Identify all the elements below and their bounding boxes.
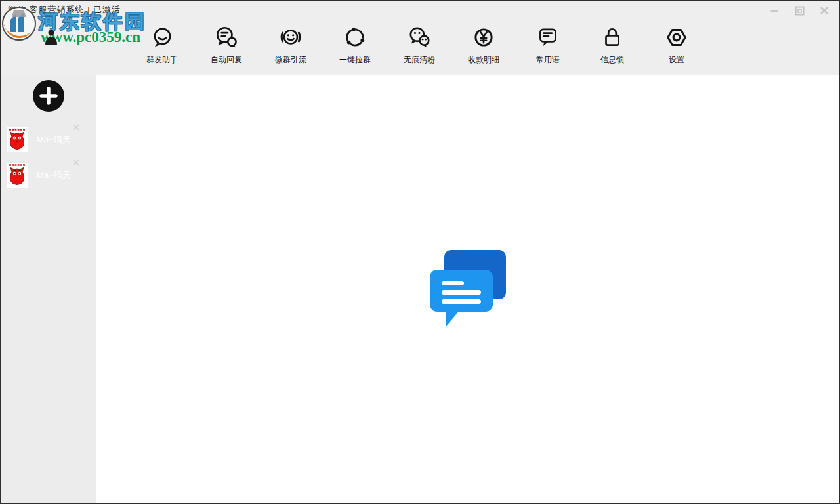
maximize-button[interactable] (792, 3, 807, 18)
padlock-icon (600, 24, 625, 51)
window-controls (767, 1, 835, 20)
toolbar-item-label: 信息锁 (600, 54, 624, 66)
toolbar-item-label: 无痕清粉 (404, 54, 435, 66)
account-avatar (7, 163, 28, 188)
toolbar-item-pull-group[interactable]: 一键拉群 (323, 19, 387, 75)
double-face-icon (407, 24, 432, 51)
message-lines-icon (536, 24, 560, 51)
dotted-circle-icon (343, 24, 368, 51)
toolbar-item-label: 微群引流 (275, 54, 306, 66)
account-item[interactable]: Ma~晴天 (1, 122, 96, 158)
maximize-icon (795, 6, 805, 16)
title-bar: 微信 客服营销系统 | 已激活 (1, 1, 839, 19)
auto-reply-icon (214, 24, 239, 51)
toolbar-item-payment-details[interactable]: 收款明细 (452, 19, 516, 75)
toolbar-item-auto-reply[interactable]: 自动回复 (194, 19, 259, 75)
toolbar-item-label: 自动回复 (211, 54, 242, 66)
toolbar-item-group-traffic[interactable]: 微群引流 (259, 19, 323, 75)
close-button[interactable] (817, 3, 831, 18)
account-item[interactable]: Ma~晴天 (1, 158, 96, 193)
account-sidebar: Ma~晴天 Ma~晴天 (1, 75, 96, 503)
chat-bubble-front (430, 270, 493, 327)
toolbar-item-message-lock[interactable]: 信息锁 (580, 19, 644, 75)
close-icon (820, 6, 829, 15)
toolbar-item-clean-fans[interactable]: 无痕清粉 (387, 19, 452, 75)
smiley-waves-icon (278, 24, 303, 51)
minimize-icon (770, 6, 779, 15)
toolbar-item-common-phrases[interactable]: 常用语 (516, 19, 580, 75)
yuan-coin-icon (471, 24, 496, 51)
toolbar-item-group-send[interactable]: 群发助手 (130, 19, 194, 75)
account-avatar (7, 127, 28, 152)
close-x-icon (73, 159, 79, 166)
chat-content-area (96, 75, 839, 503)
toolbar-item-label: 收款明细 (468, 54, 499, 66)
account-list: Ma~晴天 Ma~晴天 (1, 122, 96, 193)
account-name: Ma~晴天 (37, 169, 71, 181)
account-close-button[interactable] (72, 159, 80, 167)
window-title: 微信 客服营销系统 | 已激活 (8, 4, 121, 16)
toolbar-item-label: 群发助手 (146, 54, 178, 66)
add-account-button[interactable] (33, 80, 64, 112)
toolbar-item-settings[interactable]: 设置 (644, 19, 709, 75)
toolbar-item-label: 常用语 (536, 54, 560, 66)
account-name: Ma~晴天 (37, 134, 71, 146)
minimize-button[interactable] (767, 3, 782, 18)
account-close-button[interactable] (72, 123, 80, 131)
toolbar: 群发助手 自动回复 (1, 19, 839, 75)
toolbar-item-label: 设置 (669, 54, 684, 66)
close-x-icon (73, 124, 79, 131)
chat-bubbles-placeholder-icon (430, 250, 506, 327)
toolbar-item-label: 一键拉群 (339, 54, 371, 66)
chat-smile-icon (150, 24, 175, 51)
gear-hex-icon (664, 24, 689, 51)
app-window: 微信 客服营销系统 | 已激活 (0, 0, 840, 504)
